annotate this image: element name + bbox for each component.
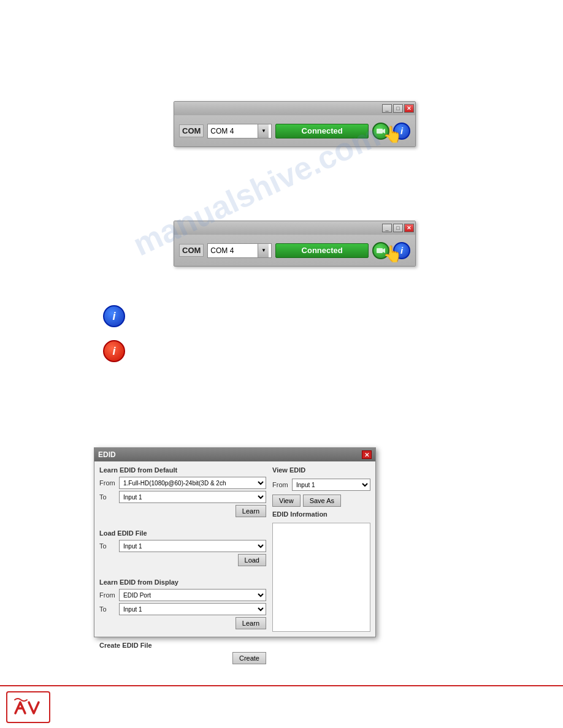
load-edid-btn[interactable]: Load (238, 554, 266, 566)
close-btn-1[interactable]: ✕ (404, 104, 414, 113)
learn-from-default-section: Learn EDID from Default From 1.Full-HD(1… (99, 466, 266, 517)
bottom-bar (0, 685, 563, 728)
load-edid-to-select[interactable]: Input 1 (119, 540, 266, 552)
learn-default-to-select[interactable]: Input 1 (119, 491, 266, 503)
create-edid-title: Create EDID File (99, 642, 266, 649)
toolbar-body-2: COM COM 4 ▼ Connected i 👆 (174, 235, 415, 266)
create-edid-section: Create EDID File Create (99, 642, 266, 664)
toolbar-1: _ □ ✕ COM COM 4 ▼ Connected i 👆 (174, 101, 416, 147)
view-edid-from-select[interactable]: Input 1 (292, 479, 370, 491)
view-edid-btn[interactable]: View (272, 495, 301, 507)
view-edid-from-label: From (272, 481, 289, 488)
learn-display-btn[interactable]: Learn (236, 617, 266, 629)
hand-cursor-1: 👆 (383, 125, 402, 144)
learn-default-from-select[interactable]: 1.Full-HD(1080p@60)-24bit(3D & 2ch (119, 477, 266, 489)
learn-default-btn[interactable]: Learn (236, 505, 266, 517)
learn-display-from-select[interactable]: EDID Port (119, 589, 266, 601)
learn-default-title: Learn EDID from Default (99, 466, 266, 474)
minimize-btn-1[interactable]: _ (382, 104, 392, 113)
svg-rect-0 (377, 129, 383, 134)
edid-body: Learn EDID from Default From 1.Full-HD(1… (94, 461, 375, 637)
dropdown-arrow-2[interactable]: ▼ (258, 244, 269, 257)
load-edid-to-label: To (99, 542, 117, 550)
load-edid-title: Load EDID File (99, 529, 266, 537)
learn-display-from-label: From (99, 591, 117, 599)
com-label-2: COM (179, 244, 204, 257)
view-edid-from-row: From Input 1 (272, 479, 370, 491)
maximize-btn-2[interactable]: □ (393, 224, 403, 232)
edid-info-label: EDID Information (272, 510, 370, 518)
com-dropdown-2[interactable]: COM 4 ▼ (207, 243, 272, 258)
learn-default-to-label: To (99, 493, 117, 501)
titlebar-1: _ □ ✕ (174, 102, 415, 115)
learn-display-to-select[interactable]: Input 1 (119, 603, 266, 615)
titlebar-2: _ □ ✕ (174, 221, 415, 235)
learn-display-from-row: From EDID Port (99, 589, 266, 601)
dropdown-value-2: COM 4 (210, 246, 258, 255)
learn-display-title: Learn EDID from Display (99, 578, 266, 586)
maximize-btn-1[interactable]: □ (393, 104, 403, 113)
learn-from-display-section: Learn EDID from Display From EDID Port T… (99, 578, 266, 629)
edid-info-area[interactable] (272, 523, 370, 632)
learn-default-to-row: To Input 1 (99, 491, 266, 503)
minimize-btn-2[interactable]: _ (382, 224, 392, 232)
com-dropdown-1[interactable]: COM 4 ▼ (207, 124, 272, 138)
hand-cursor-2: 👆 (383, 245, 402, 264)
connected-btn-1[interactable]: Connected (275, 124, 369, 138)
learn-default-from-row: From 1.Full-HD(1080p@60)-24bit(3D & 2ch (99, 477, 266, 489)
learn-default-from-label: From (99, 479, 117, 487)
view-edid-title: View EDID (272, 466, 370, 474)
logo-svg (12, 696, 45, 718)
edid-close-button[interactable]: ✕ (362, 450, 372, 459)
toolbar-2: _ □ ✕ COM COM 4 ▼ Connected i 👆 (174, 221, 416, 267)
learn-display-to-row: To Input 1 (99, 603, 266, 615)
view-edid-btn-row: View Save As (272, 495, 370, 507)
standalone-blue-icon[interactable]: i (103, 305, 125, 327)
edid-right-panel: View EDID From Input 1 View Save As EDID… (272, 466, 370, 632)
edid-dialog: EDID ✕ Learn EDID from Default From 1.Fu… (94, 447, 376, 637)
load-edid-section: Load EDID File To Input 1 Load (99, 529, 266, 566)
edid-title: EDID (98, 450, 116, 459)
create-edid-btn[interactable]: Create (232, 652, 266, 664)
logo-box (6, 691, 50, 723)
svg-rect-2 (377, 248, 383, 253)
save-as-btn[interactable]: Save As (303, 495, 341, 507)
edid-left-panel: Learn EDID from Default From 1.Full-HD(1… (99, 466, 266, 632)
red-icon-label: i (112, 345, 115, 358)
edid-titlebar: EDID ✕ (94, 448, 375, 461)
dropdown-value-1: COM 4 (210, 127, 258, 135)
standalone-red-icon[interactable]: i (103, 340, 125, 362)
blue-icon-label: i (112, 310, 115, 323)
toolbar-body-1: COM COM 4 ▼ Connected i 👆 (174, 115, 415, 146)
learn-display-to-label: To (99, 605, 117, 613)
load-edid-to-row: To Input 1 (99, 540, 266, 552)
close-btn-2[interactable]: ✕ (404, 224, 414, 232)
connected-btn-2[interactable]: Connected (275, 243, 369, 258)
com-label-1: COM (179, 124, 204, 137)
dropdown-arrow-1[interactable]: ▼ (258, 124, 269, 138)
